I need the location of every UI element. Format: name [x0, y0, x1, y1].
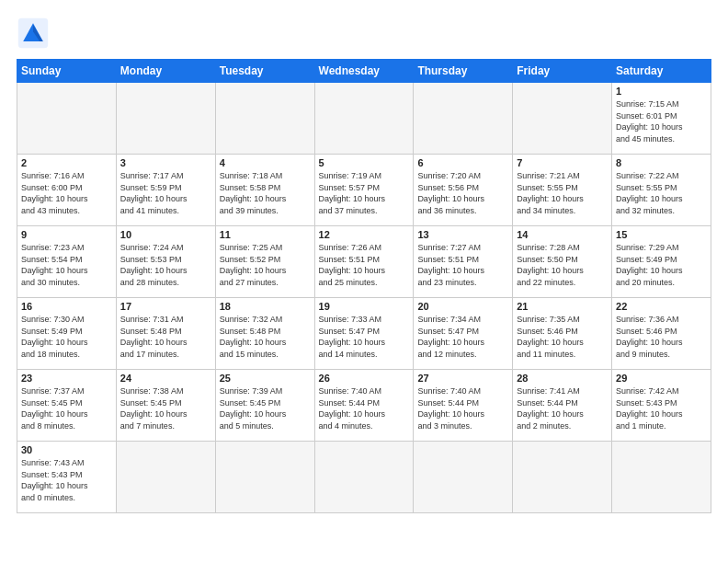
weekday-header-friday: Friday [513, 60, 612, 83]
calendar-cell: 27Sunrise: 7:40 AM Sunset: 5:44 PM Dayli… [414, 370, 513, 442]
day-info: Sunrise: 7:21 AM Sunset: 5:55 PM Dayligh… [517, 170, 608, 216]
calendar-cell [314, 83, 414, 155]
week-row-2: 2Sunrise: 7:16 AM Sunset: 6:00 PM Daylig… [17, 155, 711, 226]
day-number: 5 [319, 157, 410, 168]
calendar-cell [215, 442, 314, 513]
calendar-cell: 19Sunrise: 7:33 AM Sunset: 5:47 PM Dayli… [314, 298, 414, 370]
day-info: Sunrise: 7:36 AM Sunset: 5:46 PM Dayligh… [616, 314, 707, 360]
day-info: Sunrise: 7:23 AM Sunset: 5:54 PM Dayligh… [21, 242, 112, 288]
day-info: Sunrise: 7:31 AM Sunset: 5:48 PM Dayligh… [120, 314, 211, 360]
calendar-cell: 8Sunrise: 7:22 AM Sunset: 5:55 PM Daylig… [612, 155, 711, 226]
calendar-cell: 11Sunrise: 7:25 AM Sunset: 5:52 PM Dayli… [215, 226, 314, 298]
day-number: 6 [417, 157, 508, 168]
calendar-table: SundayMondayTuesdayWednesdayThursdayFrid… [17, 59, 711, 513]
day-info: Sunrise: 7:38 AM Sunset: 5:45 PM Dayligh… [120, 385, 211, 431]
week-row-3: 9Sunrise: 7:23 AM Sunset: 5:54 PM Daylig… [17, 226, 711, 298]
day-number: 24 [120, 373, 211, 384]
calendar-cell [17, 83, 117, 155]
calendar-cell: 1Sunrise: 7:15 AM Sunset: 6:01 PM Daylig… [612, 83, 711, 155]
calendar-cell [513, 83, 612, 155]
weekday-header-saturday: Saturday [612, 60, 711, 83]
day-info: Sunrise: 7:22 AM Sunset: 5:55 PM Dayligh… [616, 170, 707, 216]
header [17, 17, 711, 50]
calendar-cell [513, 442, 612, 513]
calendar-cell: 3Sunrise: 7:17 AM Sunset: 5:59 PM Daylig… [116, 155, 215, 226]
page: SundayMondayTuesdayWednesdayThursdayFrid… [0, 0, 728, 563]
calendar-cell: 16Sunrise: 7:30 AM Sunset: 5:49 PM Dayli… [17, 298, 117, 370]
calendar-cell [414, 442, 513, 513]
day-info: Sunrise: 7:41 AM Sunset: 5:44 PM Dayligh… [517, 385, 608, 431]
day-info: Sunrise: 7:16 AM Sunset: 6:00 PM Dayligh… [21, 170, 112, 216]
calendar-cell: 29Sunrise: 7:42 AM Sunset: 5:43 PM Dayli… [612, 370, 711, 442]
day-number: 20 [417, 301, 508, 312]
logo-icon [17, 17, 50, 50]
day-number: 30 [21, 444, 112, 455]
calendar-cell: 7Sunrise: 7:21 AM Sunset: 5:55 PM Daylig… [513, 155, 612, 226]
calendar-cell: 15Sunrise: 7:29 AM Sunset: 5:49 PM Dayli… [612, 226, 711, 298]
calendar-cell [314, 442, 414, 513]
day-info: Sunrise: 7:43 AM Sunset: 5:43 PM Dayligh… [21, 457, 112, 503]
day-number: 1 [616, 86, 707, 97]
day-number: 17 [120, 301, 211, 312]
day-number: 12 [319, 229, 410, 240]
day-number: 13 [417, 229, 508, 240]
day-info: Sunrise: 7:29 AM Sunset: 5:49 PM Dayligh… [616, 242, 707, 288]
day-info: Sunrise: 7:20 AM Sunset: 5:56 PM Dayligh… [417, 170, 508, 216]
week-row-1: 1Sunrise: 7:15 AM Sunset: 6:01 PM Daylig… [17, 83, 711, 155]
calendar-cell: 30Sunrise: 7:43 AM Sunset: 5:43 PM Dayli… [17, 442, 117, 513]
calendar-cell: 21Sunrise: 7:35 AM Sunset: 5:46 PM Dayli… [513, 298, 612, 370]
calendar-cell: 23Sunrise: 7:37 AM Sunset: 5:45 PM Dayli… [17, 370, 117, 442]
day-number: 8 [616, 157, 707, 168]
day-info: Sunrise: 7:40 AM Sunset: 5:44 PM Dayligh… [319, 385, 410, 431]
calendar-cell: 2Sunrise: 7:16 AM Sunset: 6:00 PM Daylig… [17, 155, 117, 226]
day-info: Sunrise: 7:37 AM Sunset: 5:45 PM Dayligh… [21, 385, 112, 431]
calendar-cell: 14Sunrise: 7:28 AM Sunset: 5:50 PM Dayli… [513, 226, 612, 298]
weekday-header-row: SundayMondayTuesdayWednesdayThursdayFrid… [17, 60, 711, 83]
week-row-6: 30Sunrise: 7:43 AM Sunset: 5:43 PM Dayli… [17, 442, 711, 513]
day-info: Sunrise: 7:18 AM Sunset: 5:58 PM Dayligh… [220, 170, 311, 216]
day-number: 25 [220, 373, 311, 384]
logo [17, 17, 55, 50]
calendar-cell: 6Sunrise: 7:20 AM Sunset: 5:56 PM Daylig… [414, 155, 513, 226]
calendar-cell: 12Sunrise: 7:26 AM Sunset: 5:51 PM Dayli… [314, 226, 414, 298]
calendar-cell: 25Sunrise: 7:39 AM Sunset: 5:45 PM Dayli… [215, 370, 314, 442]
calendar-header: SundayMondayTuesdayWednesdayThursdayFrid… [17, 60, 711, 83]
day-info: Sunrise: 7:27 AM Sunset: 5:51 PM Dayligh… [417, 242, 508, 288]
day-info: Sunrise: 7:30 AM Sunset: 5:49 PM Dayligh… [21, 314, 112, 360]
day-info: Sunrise: 7:40 AM Sunset: 5:44 PM Dayligh… [417, 385, 508, 431]
day-info: Sunrise: 7:24 AM Sunset: 5:53 PM Dayligh… [120, 242, 211, 288]
calendar-cell: 20Sunrise: 7:34 AM Sunset: 5:47 PM Dayli… [414, 298, 513, 370]
day-number: 27 [417, 373, 508, 384]
week-row-4: 16Sunrise: 7:30 AM Sunset: 5:49 PM Dayli… [17, 298, 711, 370]
calendar-cell: 22Sunrise: 7:36 AM Sunset: 5:46 PM Dayli… [612, 298, 711, 370]
day-info: Sunrise: 7:28 AM Sunset: 5:50 PM Dayligh… [517, 242, 608, 288]
weekday-header-tuesday: Tuesday [215, 60, 314, 83]
day-number: 23 [21, 373, 112, 384]
day-number: 15 [616, 229, 707, 240]
weekday-header-wednesday: Wednesday [314, 60, 414, 83]
day-info: Sunrise: 7:33 AM Sunset: 5:47 PM Dayligh… [319, 314, 410, 360]
weekday-header-monday: Monday [116, 60, 215, 83]
day-number: 29 [616, 373, 707, 384]
day-info: Sunrise: 7:17 AM Sunset: 5:59 PM Dayligh… [120, 170, 211, 216]
day-info: Sunrise: 7:25 AM Sunset: 5:52 PM Dayligh… [220, 242, 311, 288]
weekday-header-sunday: Sunday [17, 60, 117, 83]
calendar-cell: 13Sunrise: 7:27 AM Sunset: 5:51 PM Dayli… [414, 226, 513, 298]
day-number: 3 [120, 157, 211, 168]
day-info: Sunrise: 7:15 AM Sunset: 6:01 PM Dayligh… [616, 98, 707, 144]
day-number: 18 [220, 301, 311, 312]
day-number: 21 [517, 301, 608, 312]
day-info: Sunrise: 7:32 AM Sunset: 5:48 PM Dayligh… [220, 314, 311, 360]
calendar-cell: 10Sunrise: 7:24 AM Sunset: 5:53 PM Dayli… [116, 226, 215, 298]
week-row-5: 23Sunrise: 7:37 AM Sunset: 5:45 PM Dayli… [17, 370, 711, 442]
calendar-cell [612, 442, 711, 513]
day-info: Sunrise: 7:39 AM Sunset: 5:45 PM Dayligh… [220, 385, 311, 431]
calendar-cell: 4Sunrise: 7:18 AM Sunset: 5:58 PM Daylig… [215, 155, 314, 226]
day-number: 16 [21, 301, 112, 312]
calendar-cell: 5Sunrise: 7:19 AM Sunset: 5:57 PM Daylig… [314, 155, 414, 226]
calendar-cell: 28Sunrise: 7:41 AM Sunset: 5:44 PM Dayli… [513, 370, 612, 442]
day-number: 9 [21, 229, 112, 240]
calendar-cell: 17Sunrise: 7:31 AM Sunset: 5:48 PM Dayli… [116, 298, 215, 370]
calendar-body: 1Sunrise: 7:15 AM Sunset: 6:01 PM Daylig… [17, 83, 711, 513]
day-info: Sunrise: 7:34 AM Sunset: 5:47 PM Dayligh… [417, 314, 508, 360]
